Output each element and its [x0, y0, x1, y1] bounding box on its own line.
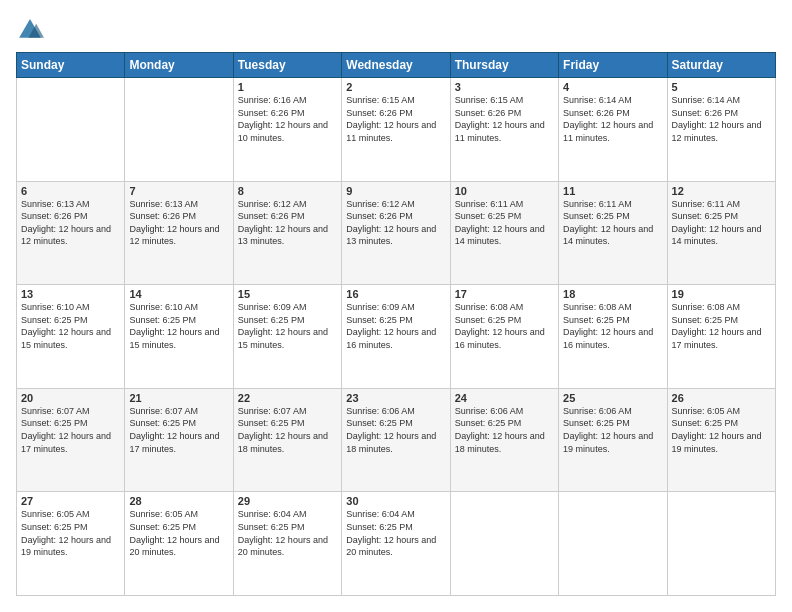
- day-number: 12: [672, 185, 771, 197]
- day-info: Sunrise: 6:10 AM Sunset: 6:25 PM Dayligh…: [129, 301, 228, 351]
- day-number: 4: [563, 81, 662, 93]
- day-info: Sunrise: 6:13 AM Sunset: 6:26 PM Dayligh…: [21, 198, 120, 248]
- calendar-day-cell: 23Sunrise: 6:06 AM Sunset: 6:25 PM Dayli…: [342, 388, 450, 492]
- calendar-day-cell: 20Sunrise: 6:07 AM Sunset: 6:25 PM Dayli…: [17, 388, 125, 492]
- day-number: 2: [346, 81, 445, 93]
- logo: [16, 16, 48, 44]
- day-number: 13: [21, 288, 120, 300]
- day-info: Sunrise: 6:07 AM Sunset: 6:25 PM Dayligh…: [238, 405, 337, 455]
- day-info: Sunrise: 6:11 AM Sunset: 6:25 PM Dayligh…: [672, 198, 771, 248]
- calendar-day-cell: 22Sunrise: 6:07 AM Sunset: 6:25 PM Dayli…: [233, 388, 341, 492]
- day-info: Sunrise: 6:08 AM Sunset: 6:25 PM Dayligh…: [563, 301, 662, 351]
- day-number: 28: [129, 495, 228, 507]
- calendar-week-row: 20Sunrise: 6:07 AM Sunset: 6:25 PM Dayli…: [17, 388, 776, 492]
- day-info: Sunrise: 6:15 AM Sunset: 6:26 PM Dayligh…: [346, 94, 445, 144]
- calendar-day-cell: [450, 492, 558, 596]
- day-info: Sunrise: 6:13 AM Sunset: 6:26 PM Dayligh…: [129, 198, 228, 248]
- logo-icon: [16, 16, 44, 44]
- calendar-day-header: Saturday: [667, 53, 775, 78]
- day-info: Sunrise: 6:07 AM Sunset: 6:25 PM Dayligh…: [21, 405, 120, 455]
- calendar-day-cell: [125, 78, 233, 182]
- calendar-day-header: Sunday: [17, 53, 125, 78]
- day-info: Sunrise: 6:07 AM Sunset: 6:25 PM Dayligh…: [129, 405, 228, 455]
- day-info: Sunrise: 6:05 AM Sunset: 6:25 PM Dayligh…: [21, 508, 120, 558]
- calendar-day-cell: [559, 492, 667, 596]
- calendar-table: SundayMondayTuesdayWednesdayThursdayFrid…: [16, 52, 776, 596]
- day-number: 16: [346, 288, 445, 300]
- day-number: 19: [672, 288, 771, 300]
- calendar-day-cell: 18Sunrise: 6:08 AM Sunset: 6:25 PM Dayli…: [559, 285, 667, 389]
- calendar-day-cell: 30Sunrise: 6:04 AM Sunset: 6:25 PM Dayli…: [342, 492, 450, 596]
- calendar-day-cell: 9Sunrise: 6:12 AM Sunset: 6:26 PM Daylig…: [342, 181, 450, 285]
- day-number: 15: [238, 288, 337, 300]
- day-number: 14: [129, 288, 228, 300]
- day-number: 6: [21, 185, 120, 197]
- day-number: 23: [346, 392, 445, 404]
- day-info: Sunrise: 6:06 AM Sunset: 6:25 PM Dayligh…: [455, 405, 554, 455]
- calendar-day-cell: 5Sunrise: 6:14 AM Sunset: 6:26 PM Daylig…: [667, 78, 775, 182]
- calendar-day-cell: 14Sunrise: 6:10 AM Sunset: 6:25 PM Dayli…: [125, 285, 233, 389]
- day-number: 1: [238, 81, 337, 93]
- day-info: Sunrise: 6:14 AM Sunset: 6:26 PM Dayligh…: [563, 94, 662, 144]
- day-number: 9: [346, 185, 445, 197]
- calendar-day-cell: [667, 492, 775, 596]
- calendar-day-cell: 25Sunrise: 6:06 AM Sunset: 6:25 PM Dayli…: [559, 388, 667, 492]
- day-info: Sunrise: 6:14 AM Sunset: 6:26 PM Dayligh…: [672, 94, 771, 144]
- day-info: Sunrise: 6:08 AM Sunset: 6:25 PM Dayligh…: [455, 301, 554, 351]
- calendar-day-cell: 15Sunrise: 6:09 AM Sunset: 6:25 PM Dayli…: [233, 285, 341, 389]
- day-info: Sunrise: 6:16 AM Sunset: 6:26 PM Dayligh…: [238, 94, 337, 144]
- calendar-day-header: Wednesday: [342, 53, 450, 78]
- day-number: 8: [238, 185, 337, 197]
- calendar-day-cell: 28Sunrise: 6:05 AM Sunset: 6:25 PM Dayli…: [125, 492, 233, 596]
- calendar-day-cell: 26Sunrise: 6:05 AM Sunset: 6:25 PM Dayli…: [667, 388, 775, 492]
- day-number: 5: [672, 81, 771, 93]
- calendar-day-header: Friday: [559, 53, 667, 78]
- day-number: 29: [238, 495, 337, 507]
- day-number: 22: [238, 392, 337, 404]
- calendar-day-cell: 11Sunrise: 6:11 AM Sunset: 6:25 PM Dayli…: [559, 181, 667, 285]
- calendar-day-cell: 1Sunrise: 6:16 AM Sunset: 6:26 PM Daylig…: [233, 78, 341, 182]
- calendar-day-cell: 13Sunrise: 6:10 AM Sunset: 6:25 PM Dayli…: [17, 285, 125, 389]
- day-info: Sunrise: 6:04 AM Sunset: 6:25 PM Dayligh…: [238, 508, 337, 558]
- day-info: Sunrise: 6:08 AM Sunset: 6:25 PM Dayligh…: [672, 301, 771, 351]
- day-info: Sunrise: 6:09 AM Sunset: 6:25 PM Dayligh…: [238, 301, 337, 351]
- day-info: Sunrise: 6:06 AM Sunset: 6:25 PM Dayligh…: [563, 405, 662, 455]
- calendar-day-header: Monday: [125, 53, 233, 78]
- day-number: 24: [455, 392, 554, 404]
- day-info: Sunrise: 6:11 AM Sunset: 6:25 PM Dayligh…: [455, 198, 554, 248]
- calendar-week-row: 6Sunrise: 6:13 AM Sunset: 6:26 PM Daylig…: [17, 181, 776, 285]
- day-info: Sunrise: 6:10 AM Sunset: 6:25 PM Dayligh…: [21, 301, 120, 351]
- calendar-day-cell: 29Sunrise: 6:04 AM Sunset: 6:25 PM Dayli…: [233, 492, 341, 596]
- day-info: Sunrise: 6:12 AM Sunset: 6:26 PM Dayligh…: [346, 198, 445, 248]
- day-number: 30: [346, 495, 445, 507]
- calendar-header-row: SundayMondayTuesdayWednesdayThursdayFrid…: [17, 53, 776, 78]
- day-info: Sunrise: 6:09 AM Sunset: 6:25 PM Dayligh…: [346, 301, 445, 351]
- day-info: Sunrise: 6:05 AM Sunset: 6:25 PM Dayligh…: [672, 405, 771, 455]
- day-number: 10: [455, 185, 554, 197]
- calendar-day-cell: 2Sunrise: 6:15 AM Sunset: 6:26 PM Daylig…: [342, 78, 450, 182]
- page: SundayMondayTuesdayWednesdayThursdayFrid…: [0, 0, 792, 612]
- day-number: 20: [21, 392, 120, 404]
- day-number: 3: [455, 81, 554, 93]
- calendar-day-cell: 12Sunrise: 6:11 AM Sunset: 6:25 PM Dayli…: [667, 181, 775, 285]
- day-info: Sunrise: 6:15 AM Sunset: 6:26 PM Dayligh…: [455, 94, 554, 144]
- day-number: 11: [563, 185, 662, 197]
- calendar-day-cell: [17, 78, 125, 182]
- day-number: 7: [129, 185, 228, 197]
- calendar-week-row: 27Sunrise: 6:05 AM Sunset: 6:25 PM Dayli…: [17, 492, 776, 596]
- calendar-day-cell: 19Sunrise: 6:08 AM Sunset: 6:25 PM Dayli…: [667, 285, 775, 389]
- calendar-day-header: Thursday: [450, 53, 558, 78]
- calendar-week-row: 1Sunrise: 6:16 AM Sunset: 6:26 PM Daylig…: [17, 78, 776, 182]
- day-number: 25: [563, 392, 662, 404]
- day-info: Sunrise: 6:11 AM Sunset: 6:25 PM Dayligh…: [563, 198, 662, 248]
- calendar-day-cell: 21Sunrise: 6:07 AM Sunset: 6:25 PM Dayli…: [125, 388, 233, 492]
- day-number: 17: [455, 288, 554, 300]
- calendar-day-cell: 7Sunrise: 6:13 AM Sunset: 6:26 PM Daylig…: [125, 181, 233, 285]
- calendar-day-cell: 6Sunrise: 6:13 AM Sunset: 6:26 PM Daylig…: [17, 181, 125, 285]
- calendar-day-cell: 10Sunrise: 6:11 AM Sunset: 6:25 PM Dayli…: [450, 181, 558, 285]
- day-number: 27: [21, 495, 120, 507]
- calendar-day-cell: 3Sunrise: 6:15 AM Sunset: 6:26 PM Daylig…: [450, 78, 558, 182]
- calendar-day-cell: 17Sunrise: 6:08 AM Sunset: 6:25 PM Dayli…: [450, 285, 558, 389]
- day-info: Sunrise: 6:06 AM Sunset: 6:25 PM Dayligh…: [346, 405, 445, 455]
- header: [16, 16, 776, 44]
